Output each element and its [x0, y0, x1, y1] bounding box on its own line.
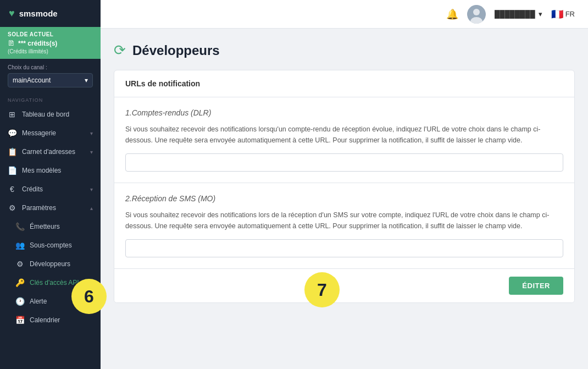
settings-icon: ⚙	[8, 203, 16, 212]
sous-comptes-icon: 👥	[15, 241, 24, 250]
page-title: Développeurs	[132, 43, 220, 58]
avatar	[467, 5, 486, 24]
sidebar-label: Développeurs	[30, 260, 70, 268]
card-footer: ÉDITER	[114, 269, 574, 302]
alarm-icon: 🕐	[15, 297, 24, 306]
sidebar-label: Tableau de bord	[22, 111, 69, 118]
sidebar: ♥ smsmode SOLDE ACTUEL 🖹 *** crédits(s) …	[0, 0, 101, 369]
mo-url-input[interactable]	[125, 239, 563, 257]
contacts-icon: 📋	[8, 147, 16, 156]
user-name: ████████	[495, 10, 535, 18]
dlr-description: Si vous souhaitez recevoir des notificat…	[125, 124, 563, 146]
chevron-down-icon: ▾	[539, 10, 542, 18]
lang-code: FR	[565, 10, 575, 18]
user-menu[interactable]: ████████ ▾	[495, 10, 542, 18]
chevron-right-icon: ▾	[90, 130, 93, 136]
solde-label: SOLDE ACTUEL	[8, 31, 93, 37]
sidebar-label: Carnet d'adresses	[22, 148, 75, 156]
sidebar-item-alerte[interactable]: 🕐 Alerte	[0, 292, 101, 311]
edit-button[interactable]: ÉDITER	[509, 277, 563, 295]
main-content: 🔔 ████████ ▾ 🇫🇷 FR ⟳ Développeurs URLs d…	[101, 0, 588, 369]
sidebar-item-cles-api[interactable]: 🔑 Clés d'accès API	[0, 273, 101, 292]
mo-description: Si vous souhaitez recevoir des notificat…	[125, 210, 563, 232]
sidebar-label: Clés d'accès API	[30, 279, 79, 287]
language-selector[interactable]: 🇫🇷 FR	[551, 8, 575, 20]
sidebar-item-sous-comptes[interactable]: 👥 Sous-comptes	[0, 236, 101, 255]
notification-urls-card: URLs de notification 1.Comptes-rendus (D…	[114, 70, 575, 303]
dlr-title: 1.Comptes-rendus (DLR)	[125, 108, 563, 117]
sidebar-item-parametres[interactable]: ⚙ Paramètres ▴	[0, 199, 101, 217]
sidebar-item-calendrier[interactable]: 📅 Calendrier	[0, 311, 101, 329]
topbar: 🔔 ████████ ▾ 🇫🇷 FR	[101, 0, 588, 29]
dashboard-icon: ⊞	[8, 110, 16, 119]
app-name: smsmode	[19, 9, 58, 18]
channel-value: mainAccount	[13, 76, 51, 84]
sidebar-label: Émetteurs	[30, 223, 60, 230]
sidebar-label: Messagerie	[22, 129, 56, 137]
calendar-icon: 📅	[15, 316, 24, 324]
credits-value: *** crédits(s)	[18, 40, 57, 47]
sidebar-item-emetteurs[interactable]: 📞 Émetteurs	[0, 217, 101, 236]
dev-icon: ⚙	[15, 260, 24, 268]
logo-icon: ♥	[9, 8, 15, 19]
page-content: ⟳ Développeurs URLs de notification 1.Co…	[101, 29, 588, 369]
chevron-down-icon: ▾	[85, 76, 88, 84]
sidebar-label: Calendrier	[30, 316, 60, 324]
developers-icon: ⟳	[114, 42, 126, 59]
credits-icon: 🖹	[8, 39, 15, 47]
emetteurs-icon: 📞	[15, 222, 24, 231]
chevron-right-icon: ▾	[90, 149, 93, 155]
sidebar-logo: ♥ smsmode	[0, 0, 101, 27]
channel-label: Choix du canal :	[8, 64, 93, 70]
mo-title: 2.Réception de SMS (MO)	[125, 194, 563, 203]
key-icon: 🔑	[15, 278, 24, 287]
channel-dropdown[interactable]: mainAccount ▾	[8, 73, 93, 87]
nav-section-label: NAVIGATION	[0, 93, 101, 105]
dlr-url-input[interactable]	[125, 153, 563, 172]
sidebar-item-credits[interactable]: € Crédits ▾	[0, 180, 101, 199]
sidebar-label: Paramètres	[22, 204, 56, 212]
page-header: ⟳ Développeurs	[114, 42, 575, 59]
sidebar-label: Mes modèles	[22, 167, 61, 174]
sidebar-item-mes-modeles[interactable]: 📄 Mes modèles	[0, 161, 101, 180]
solde-actuel-section: SOLDE ACTUEL 🖹 *** crédits(s) (Crédits i…	[0, 27, 101, 59]
sidebar-item-messagerie[interactable]: 💬 Messagerie ▾	[0, 124, 101, 142]
sidebar-item-developpeurs[interactable]: ⚙ Développeurs	[0, 255, 101, 273]
notification-bell-icon[interactable]: 🔔	[446, 8, 458, 20]
flag-icon: 🇫🇷	[551, 8, 563, 20]
svg-point-1	[473, 9, 480, 15]
channel-select-section: Choix du canal : mainAccount ▾	[0, 59, 101, 93]
card-header: URLs de notification	[114, 70, 574, 97]
credits-unlimited: (Crédits illimités)	[8, 48, 93, 54]
chevron-up-icon: ▴	[90, 205, 93, 211]
sidebar-label: Alerte	[30, 298, 47, 305]
mo-section: 2.Réception de SMS (MO) Si vous souhaite…	[114, 183, 574, 269]
chevron-right-icon: ▾	[90, 186, 93, 192]
sidebar-label: Sous-comptes	[30, 241, 72, 249]
sidebar-item-tableau-de-bord[interactable]: ⊞ Tableau de bord	[0, 105, 101, 124]
euro-icon: €	[8, 185, 16, 194]
templates-icon: 📄	[8, 166, 16, 175]
message-icon: 💬	[8, 129, 16, 137]
sidebar-item-carnet-adresses[interactable]: 📋 Carnet d'adresses ▾	[0, 142, 101, 161]
dlr-section: 1.Comptes-rendus (DLR) Si vous souhaitez…	[114, 97, 574, 183]
sidebar-label: Crédits	[22, 185, 43, 193]
